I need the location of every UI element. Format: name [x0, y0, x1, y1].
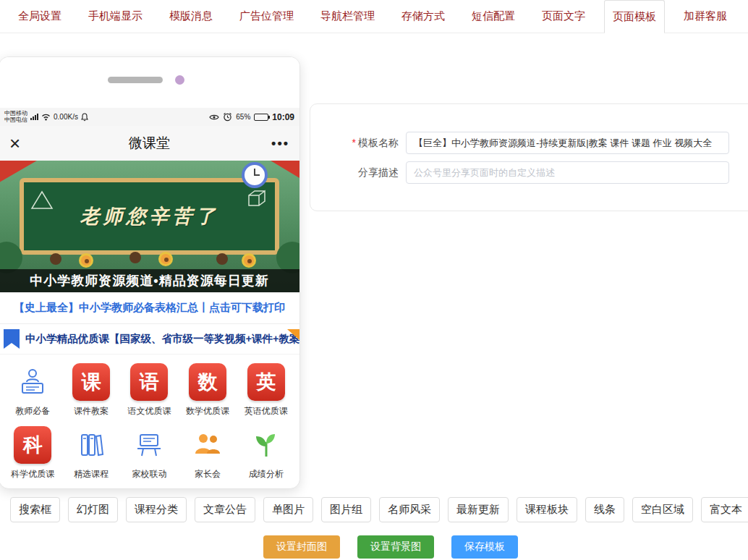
status-bar: 中国移动 中国电信 0.00K/s: [0, 108, 299, 126]
grid-item-label: 科学优质课: [11, 468, 54, 480]
grid-item-label: 教师必备: [15, 405, 50, 417]
save-template-button[interactable]: 保存模板: [451, 535, 518, 559]
tab-navbar-management[interactable]: 导航栏管理: [313, 0, 383, 33]
tab-sms-config[interactable]: 短信配置: [464, 0, 523, 33]
component-image-group[interactable]: 图片组: [321, 497, 371, 522]
phone-bezel: [0, 57, 299, 108]
component-blank-area[interactable]: 空白区域: [632, 497, 693, 522]
tab-ad-management[interactable]: 广告位管理: [231, 0, 302, 33]
tab-mobile-display[interactable]: 手机端显示: [80, 0, 150, 33]
hero-banner[interactable]: 老师您辛苦了 中小学教师资源频道•精品资源每日更新: [0, 161, 299, 292]
grid-item-home-school[interactable]: 家校联动: [120, 426, 179, 480]
parents-icon: [189, 426, 226, 464]
template-name-input[interactable]: [406, 132, 729, 154]
teacher-podium-icon: [14, 363, 51, 401]
close-icon[interactable]: ×: [9, 134, 20, 153]
carrier-labels: 中国移动 中国电信: [4, 111, 27, 124]
wall-clock-icon: [242, 162, 268, 188]
phone-navbar: × 微课堂 •••: [0, 126, 299, 161]
component-famous-teachers[interactable]: 名师风采: [379, 497, 440, 522]
battery-icon: [254, 114, 268, 121]
books-icon: [72, 426, 110, 464]
grid-item-label: 家长会: [195, 468, 221, 480]
grid-item-label: 精选课程: [74, 468, 109, 480]
tab-global-settings[interactable]: 全局设置: [10, 0, 69, 33]
plant-icon: [247, 426, 285, 464]
chalk-cube-doodle: [245, 188, 269, 211]
grid-item-math-course[interactable]: 数 数学优质课: [179, 363, 237, 417]
set-background-image-button[interactable]: 设置背景图: [357, 535, 434, 559]
courseware-icon: 课: [72, 363, 110, 401]
component-course-block[interactable]: 课程板块: [517, 497, 577, 522]
grid-item-label: 成绩分析: [249, 468, 284, 480]
tab-template-message[interactable]: 模版消息: [161, 0, 221, 33]
wifi-icon: [41, 113, 51, 121]
tab-storage[interactable]: 存储方式: [394, 0, 453, 33]
phone-preview: 中国移动 中国电信 0.00K/s: [0, 56, 300, 489]
section-title: 中小学精品优质课【国家级、省市级一等奖视频+课件+教案】: [25, 332, 300, 346]
grid-item-courseware[interactable]: 课 课件教案: [62, 363, 121, 417]
science-course-icon: 科: [14, 426, 51, 464]
flower-icon: [242, 253, 256, 268]
chalkboard-text: 老师您辛苦了: [80, 203, 219, 229]
share-desc-input[interactable]: [406, 161, 729, 184]
desk-icon: [130, 426, 168, 464]
kid-figure: [216, 253, 228, 265]
page-title: 微课堂: [0, 134, 299, 153]
component-rich-text[interactable]: 富文本: [701, 497, 748, 522]
required-mark: *: [352, 137, 356, 148]
grid-item-label: 家校联动: [132, 468, 166, 480]
component-line[interactable]: 线条: [585, 497, 624, 522]
grid-item-label: 数学优质课: [186, 405, 229, 417]
eye-icon: [209, 114, 219, 121]
grid-item-label: 英语优质课: [245, 405, 288, 417]
tab-page-text[interactable]: 页面文字: [534, 0, 593, 33]
bell-icon: [81, 113, 88, 122]
grid-item-selected-courses[interactable]: 精选课程: [62, 426, 121, 480]
bunting-right: [271, 161, 299, 178]
grid-item-label: 语文优质课: [127, 405, 171, 417]
english-course-icon: 英: [247, 363, 285, 401]
flower-icon: [158, 252, 173, 266]
tab-page-template[interactable]: 页面模板: [604, 0, 665, 33]
share-desc-label: 分享描述: [310, 166, 406, 179]
component-latest-updates[interactable]: 最新更新: [448, 497, 509, 522]
grid-item-parents-meeting[interactable]: 家长会: [179, 426, 237, 480]
component-slideshow[interactable]: 幻灯图: [68, 497, 118, 522]
net-speed: 0.00K/s: [54, 113, 78, 121]
component-toolbar: 搜索框 幻灯图 课程分类 文章公告 单图片 图片组 名师风采 最新更新 课程板块…: [10, 497, 748, 522]
grid-item-teacher-essentials[interactable]: 教师必备: [4, 363, 62, 417]
math-course-icon: 数: [189, 363, 226, 401]
kid-figure: [50, 253, 61, 265]
tab-group-service[interactable]: 加群客服: [676, 0, 735, 33]
flower-icon: [79, 253, 93, 268]
component-course-category[interactable]: 课程分类: [126, 497, 187, 522]
grid-item-label: 课件教案: [74, 405, 109, 417]
app-grid: 教师必备 课 课件教案 语 语文优质课 数 数学优质课 英 英语优质课 科 科学…: [0, 355, 299, 480]
kid-figure: [129, 252, 141, 263]
set-cover-image-button[interactable]: 设置封面图: [263, 535, 340, 559]
corner-flag-icon: [287, 329, 299, 340]
grid-item-science-course[interactable]: 科 科学优质课: [4, 426, 62, 480]
component-search-box[interactable]: 搜索框: [10, 497, 60, 522]
signal-bars-icon: [30, 114, 38, 120]
component-single-image[interactable]: 单图片: [263, 497, 313, 522]
grid-item-english-course[interactable]: 英 英语优质课: [237, 363, 295, 417]
notice-link[interactable]: 【史上最全】中小学教师必备表格汇总丨点击可下载打印: [0, 292, 299, 324]
template-form-panel: *模板名称 分享描述: [310, 103, 748, 211]
clock-time: 10:09: [272, 112, 294, 122]
template-name-label: *模板名称: [310, 137, 406, 150]
camera-dot-icon: [175, 75, 184, 85]
banner-caption: 中小学教师资源频道•精品资源每日更新: [0, 269, 299, 292]
more-menu-icon[interactable]: •••: [271, 136, 289, 151]
battery-percent: 65%: [236, 113, 250, 121]
form-row-share-desc: 分享描述: [310, 161, 748, 184]
status-right: 65% 10:09: [209, 112, 294, 122]
action-bar: 设置封面图 设置背景图 保存模板: [263, 535, 518, 559]
ribbon-icon: [4, 329, 20, 349]
chinese-course-icon: 语: [130, 363, 168, 401]
component-article-notice[interactable]: 文章公告: [195, 497, 255, 522]
grid-item-chinese-course[interactable]: 语 语文优质课: [120, 363, 179, 417]
grid-item-score-analysis[interactable]: 成绩分析: [237, 426, 295, 480]
form-row-template-name: *模板名称: [310, 132, 748, 154]
